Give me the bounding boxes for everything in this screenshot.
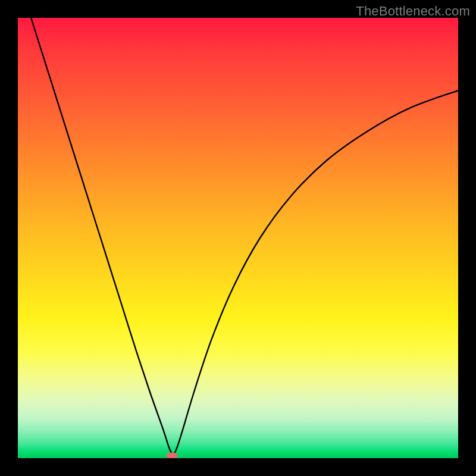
bottleneck-marker [166,453,178,458]
curve-svg [18,18,458,458]
chart-frame: TheBottleneck.com [0,0,476,476]
v-curve-path [31,18,458,455]
plot-area [18,18,458,458]
watermark-text: TheBottleneck.com [356,4,470,19]
